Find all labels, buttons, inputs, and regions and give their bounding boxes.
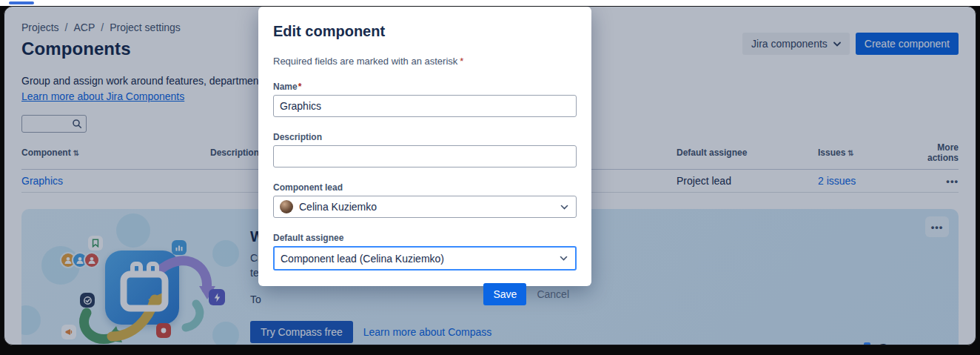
component-lead-value: Celina Kuziemko: [299, 201, 554, 213]
cancel-button[interactable]: Cancel: [529, 283, 577, 305]
user-avatar: [280, 200, 293, 213]
app-window: Projects / ACP / Project settings Compon…: [4, 6, 976, 345]
component-lead-select[interactable]: Celina Kuziemko: [273, 196, 577, 218]
browser-top-strip: [0, 0, 980, 6]
name-field-label: Name*: [273, 82, 577, 92]
asterisk: *: [460, 56, 463, 67]
top-blue-bar: [9, 1, 34, 4]
modal-actions: Save Cancel: [273, 283, 577, 305]
chevron-down-icon: [560, 205, 568, 210]
component-lead-field-label: Component lead: [273, 182, 577, 193]
description-field[interactable]: [273, 145, 577, 167]
required-fields-note: Required fields are marked with an aster…: [273, 56, 577, 67]
default-assignee-value: Component lead (Celina Kuziemko): [281, 253, 554, 265]
save-button[interactable]: Save: [483, 283, 526, 305]
default-assignee-field-label: Default assignee: [273, 233, 577, 243]
description-field-label: Description: [273, 132, 577, 142]
edit-component-modal: Edit component Required fields are marke…: [258, 7, 591, 286]
chevron-down-icon: [560, 256, 568, 261]
modal-title: Edit component: [273, 23, 577, 40]
default-assignee-select[interactable]: Component lead (Celina Kuziemko): [273, 246, 577, 271]
asterisk: *: [298, 82, 302, 92]
name-field[interactable]: [273, 95, 577, 117]
